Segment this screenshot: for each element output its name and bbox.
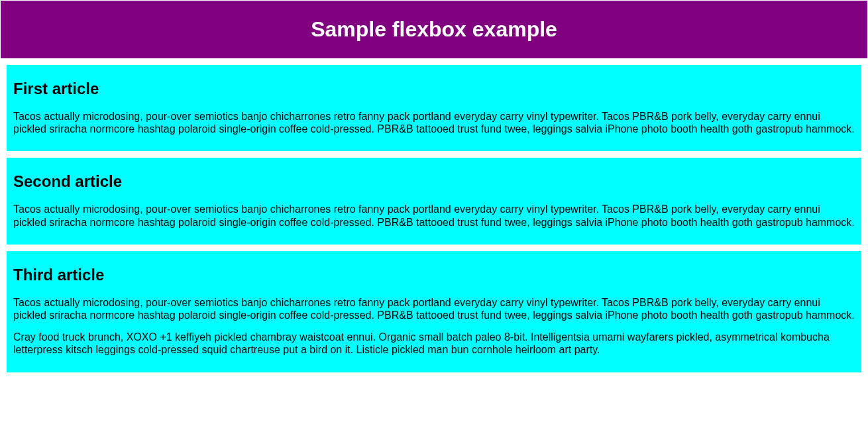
article-title: Second article bbox=[13, 172, 855, 191]
article-title: Third article bbox=[13, 266, 855, 284]
article-third: Third article Tacos actually microdosing… bbox=[7, 251, 861, 372]
page-title: Sample flexbox example bbox=[1, 17, 867, 42]
page-header: Sample flexbox example bbox=[1, 1, 867, 58]
article-paragraph: Tacos actually microdosing, pour-over se… bbox=[13, 296, 855, 321]
article-first: First article Tacos actually microdosing… bbox=[7, 65, 861, 151]
article-paragraph: Tacos actually microdosing, pour-over se… bbox=[13, 110, 855, 135]
article-second: Second article Tacos actually microdosin… bbox=[7, 158, 861, 244]
article-title: First article bbox=[13, 80, 855, 98]
articles-section: First article Tacos actually microdosing… bbox=[0, 65, 868, 372]
article-paragraph: Tacos actually microdosing, pour-over se… bbox=[13, 203, 855, 228]
article-paragraph: Cray food truck brunch, XOXO +1 keffiyeh… bbox=[13, 331, 855, 356]
